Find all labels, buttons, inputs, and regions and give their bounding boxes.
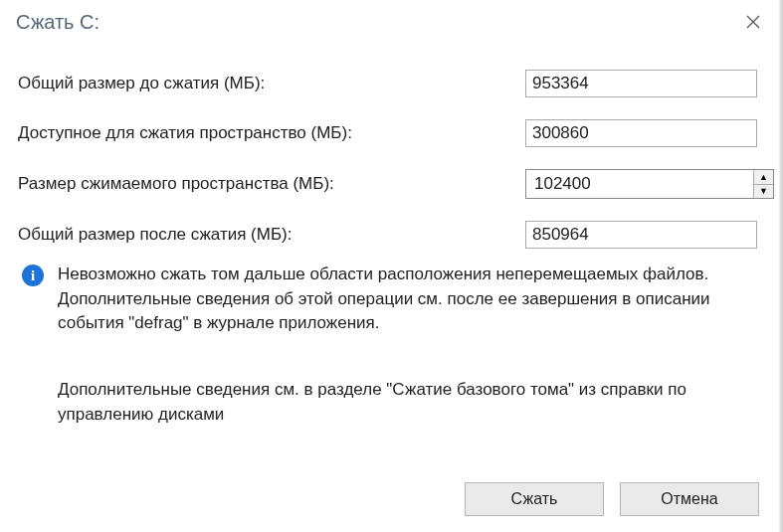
window-title: Сжать C: <box>16 11 99 34</box>
info-text: Невозможно сжать том дальше области расп… <box>58 263 747 336</box>
info-block: i Невозможно сжать том дальше области ра… <box>18 263 757 336</box>
row-total-after: Общий размер после сжатия (МБ): 850964 <box>18 221 757 249</box>
titlebar: Сжать C: <box>0 0 783 42</box>
row-available: Доступное для сжатия пространство (МБ): … <box>18 119 757 147</box>
cancel-button[interactable]: Отмена <box>620 482 759 516</box>
close-icon <box>746 15 760 29</box>
spinner-up-button[interactable]: ▲ <box>754 170 773 185</box>
close-button[interactable] <box>739 8 767 36</box>
info-icon: i <box>22 265 44 286</box>
window-right-edge <box>779 0 783 532</box>
field-total-before: 953364 <box>525 70 757 97</box>
row-shrink-amount: Размер сжимаемого пространства (МБ): ▲ ▼ <box>18 169 757 199</box>
shrink-amount-spinner[interactable]: ▲ ▼ <box>525 169 774 199</box>
spinner-buttons: ▲ ▼ <box>753 170 773 198</box>
chevron-up-icon: ▲ <box>759 172 768 182</box>
shrink-button[interactable]: Сжать <box>465 482 604 516</box>
label-total-after: Общий размер после сжатия (МБ): <box>18 225 525 245</box>
shrink-amount-input[interactable] <box>526 170 753 198</box>
row-total-before: Общий размер до сжатия (МБ): 953364 <box>18 70 757 97</box>
field-available: 300860 <box>525 119 757 147</box>
label-total-before: Общий размер до сжатия (МБ): <box>18 74 525 93</box>
field-total-after: 850964 <box>525 221 757 249</box>
spinner-down-button[interactable]: ▼ <box>754 185 773 199</box>
chevron-down-icon: ▼ <box>759 186 768 196</box>
dialog-footer: Сжать Отмена <box>465 482 759 516</box>
dialog-content: Общий размер до сжатия (МБ): 953364 Дост… <box>0 42 783 439</box>
label-shrink-amount: Размер сжимаемого пространства (МБ): <box>18 174 525 194</box>
label-available: Доступное для сжатия пространство (МБ): <box>18 123 525 143</box>
help-text: Дополнительные сведения см. в разделе "С… <box>58 378 757 427</box>
